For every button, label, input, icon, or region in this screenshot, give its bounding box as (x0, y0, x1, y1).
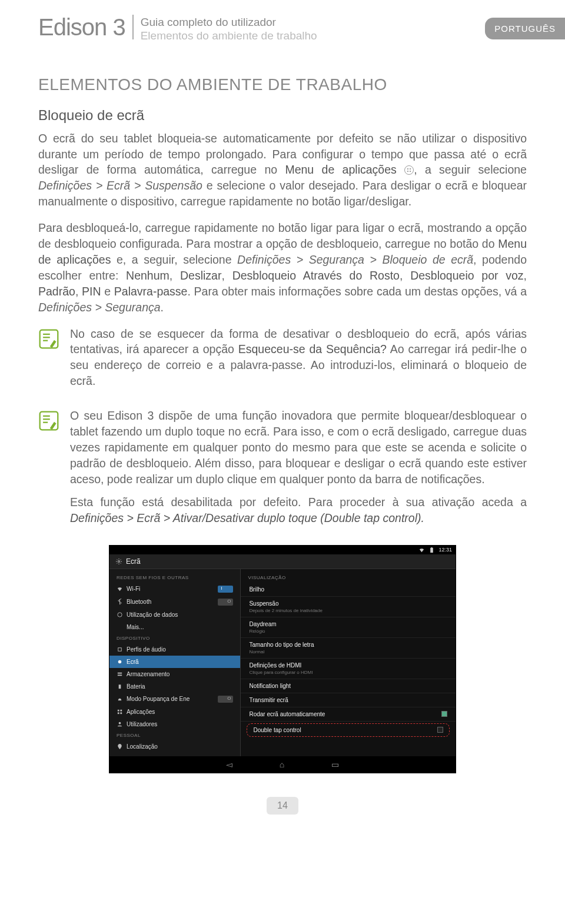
paragraph-1: O ecrã do seu tablet bloqueia-se automat… (38, 131, 527, 210)
svg-point-13 (118, 660, 122, 663)
header-guide-title: Guia completo do utilizador (141, 16, 317, 29)
bluetooth-icon (117, 599, 123, 605)
toggle-on[interactable] (218, 586, 233, 593)
note-1: No caso de se esquecer da forma de desat… (38, 326, 527, 397)
sidebar-heading: REDES SEM FIOS E OUTRAS (109, 573, 240, 583)
svg-rect-0 (40, 330, 58, 348)
svg-rect-8 (431, 547, 434, 552)
sidebar-item-data[interactable]: Utilização de dados (109, 609, 240, 621)
data-icon (117, 611, 123, 618)
note-icon (38, 410, 59, 431)
audio-icon (117, 646, 123, 653)
subsection-heading: Bloqueio de ecrã (38, 107, 527, 124)
settings-sidebar: REDES SEM FIOS E OUTRAS Wi-Fi Bluetooth … (109, 569, 241, 756)
home-icon[interactable]: ⌂ (280, 760, 284, 769)
battery-icon (117, 683, 123, 690)
note-2-text-2: Esta função está desabilitada por defeit… (70, 494, 527, 526)
panel-item-autorotate[interactable]: Rodar ecrã automaticamente (241, 707, 456, 722)
panel-item-fontsize[interactable]: Tamanho do tipo de letraNormal (241, 638, 456, 659)
svg-rect-17 (118, 709, 119, 711)
toggle-off[interactable] (218, 696, 233, 703)
settings-title-bar: Ecrã (109, 554, 456, 569)
note-2: O seu Edison 3 dispõe de uma função inov… (38, 408, 527, 533)
panel-heading: VISUALIZAÇÃO (241, 573, 456, 583)
toggle-off[interactable] (218, 599, 233, 606)
svg-rect-4 (40, 412, 58, 430)
panel-item-brightness[interactable]: Brilho (241, 583, 456, 597)
panel-item-cast[interactable]: Transmitir ecrã (241, 693, 456, 707)
svg-rect-19 (118, 712, 119, 714)
sidebar-item-screen[interactable]: Ecrã (109, 656, 240, 668)
gear-icon (115, 558, 122, 565)
sidebar-item-location[interactable]: Localização (109, 740, 240, 753)
sidebar-item-users[interactable]: Utilizadores (109, 718, 240, 730)
page-number: 14 (267, 797, 298, 815)
svg-rect-15 (118, 674, 122, 676)
sidebar-heading: PESSOAL (109, 730, 240, 740)
panel-item-double-tap[interactable]: Double tap control (247, 723, 450, 737)
sidebar-item-audio[interactable]: Perfis de áudio (109, 643, 240, 656)
storage-icon (117, 671, 123, 677)
sidebar-item-wifi[interactable]: Wi-Fi (109, 583, 240, 596)
panel-item-daydream[interactable]: DaydreamRelógio (241, 617, 456, 638)
wifi-icon (117, 586, 123, 592)
sidebar-heading: DISPOSITIVO (109, 633, 240, 643)
checkbox[interactable] (441, 711, 447, 717)
wifi-icon (418, 547, 425, 553)
language-tab: PORTUGUÊS (485, 18, 565, 39)
note-1-text: No caso de se esquecer da forma de desat… (70, 326, 527, 390)
paragraph-2: Para desbloqueá-lo, carregue rapidamente… (38, 220, 527, 315)
note-2-text-1: O seu Edison 3 dispõe de uma função inov… (70, 408, 527, 487)
note-icon (38, 328, 59, 350)
apps-icon (117, 709, 123, 715)
nav-bar: ◅ ⌂ ▭ (109, 756, 456, 773)
brand-name: Edison 3 (38, 15, 134, 39)
svg-point-21 (119, 722, 121, 724)
page-header: Edison 3 Guia completo do utilizador Ele… (38, 15, 527, 43)
status-bar: 12:31 (109, 546, 456, 554)
checkbox[interactable] (437, 727, 443, 733)
back-icon[interactable]: ◅ (226, 760, 232, 769)
settings-screenshot: 12:31 Ecrã REDES SEM FIOS E OUTRAS Wi-Fi… (109, 545, 456, 773)
users-icon (117, 721, 123, 727)
section-heading: ELEMENTOS DO AMBIENTE DE TRABALHO (38, 75, 527, 94)
location-icon (117, 743, 123, 750)
svg-point-10 (118, 560, 120, 562)
sidebar-item-battery[interactable]: Bateria (109, 680, 240, 693)
status-time: 12:31 (438, 547, 452, 553)
recent-icon[interactable]: ▭ (331, 760, 339, 769)
svg-rect-14 (118, 672, 122, 673)
svg-point-11 (118, 612, 122, 616)
sidebar-item-more[interactable]: Mais... (109, 621, 240, 633)
battery-icon (428, 547, 435, 553)
svg-rect-20 (120, 712, 122, 714)
eco-icon (117, 696, 123, 702)
sidebar-item-storage[interactable]: Armazenamento (109, 668, 240, 680)
panel-item-sleep[interactable]: SuspensãoDepois de 2 minutos de inativid… (241, 597, 456, 617)
svg-rect-12 (118, 647, 122, 651)
svg-rect-9 (431, 547, 433, 547)
panel-item-notification-light[interactable]: Notification light (241, 679, 456, 693)
settings-panel: VISUALIZAÇÃO Brilho SuspensãoDepois de 2… (241, 569, 456, 756)
display-icon (117, 659, 123, 665)
sidebar-item-apps[interactable]: Aplicações (109, 706, 240, 718)
sidebar-item-bluetooth[interactable]: Bluetooth (109, 596, 240, 609)
svg-rect-18 (120, 709, 122, 711)
header-section-name: Elementos do ambiente de trabalho (141, 29, 317, 43)
sidebar-item-eco[interactable]: Modo Poupança de Ene (109, 693, 240, 706)
svg-rect-16 (119, 684, 121, 689)
panel-item-hdmi[interactable]: Definições de HDMIClique para configurar… (241, 659, 456, 679)
apps-grid-icon (404, 165, 414, 175)
